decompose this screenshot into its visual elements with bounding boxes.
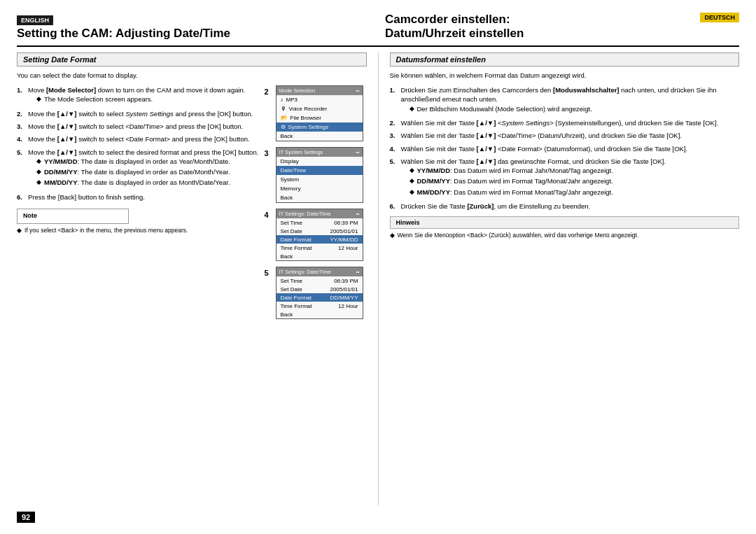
header-right: Camcorder einstellen: Datum/Uhrzeit eins… [371,13,739,41]
bullet-5-2: ◆ DD/MM/YY: The date is displayed in ord… [36,167,270,176]
screen-box-4: IT Settings: Date/Time ▪▪ Set Time06:39 … [276,209,363,261]
screen-settime-5: Set Time06:39 PM [276,276,363,285]
screen-back-5: Back [276,310,363,318]
step-1: 1. Move [Mode Selector] down to turn on … [17,85,270,106]
step-5: 5. Move the [▲/▼] switch to select the d… [17,148,270,189]
note-box: Note [17,209,129,224]
screen-setdate-4: Set Date2005/01/01 [276,227,363,235]
col-left: Setting Date Format You can select the d… [17,52,379,505]
step-3: 3. Move the [▲/▼] switch to select <Date… [17,122,270,131]
step-4: 4. Move the [▲/▼] switch to select <Date… [17,134,270,143]
header: ENGLISH Setting the CAM: Adjusting Date/… [17,13,739,41]
bullet-5-3: ◆ MM/DD/YY: The date is displayed in ord… [36,178,270,187]
screen-back-4: Back [276,252,363,260]
screen-row-mp3: ♪MP3 [276,95,363,104]
screen-titlebar-4: IT Settings: Date/Time ▪▪ [276,209,363,218]
screen-row-back-2: Back [276,132,363,141]
de-step-5: 5. Wählen Sie mit der Taste [▲/▼] das ge… [390,157,740,198]
title-right: Camcorder einstellen: Datum/Uhrzeit eins… [385,13,694,41]
de-step-6: 6. Drücken Sie die Taste [Zurück], um di… [390,202,740,211]
bullet-1-1: ◆ The Mode Selection screen appears. [36,94,270,104]
de-step-1: 1. Drücken Sie zum Einschalten des Camco… [390,85,740,115]
page: ENGLISH Setting the CAM: Adjusting Date/… [0,0,756,534]
title-left: Setting the CAM: Adjusting Date/Time [17,27,371,41]
de-bullet-5-2: ◆ DD/MM/YY: Das Datum wird im Format Tag… [410,176,740,185]
screen-titlebar-5: IT Settings: Date/Time ▪▪ [276,267,363,276]
left-steps-area: 1. Move [Mode Selector] down to turn on … [17,85,270,325]
de-bullet-5-3: ◆ MM/DD/YY: Das Datum wird im Format Mon… [410,188,740,197]
hinweis-box: Hinweis [390,216,740,229]
screen-4: 4 IT Settings: Date/Time ▪▪ Set Time06:3… [276,209,367,261]
screen-timeformat-5: Time Format12 Hour [276,302,363,310]
screen-3: 3 IT System Settings ▪▪ Display Date/Tim… [276,147,367,203]
screen-row-file: 📂File Browser [276,113,363,122]
note-title: Note [23,212,122,219]
header-divider [17,45,739,47]
step-2: 2. Move the [▲/▼] switch to select Syste… [17,109,270,118]
lang-badge-en: ENGLISH [17,15,53,25]
de-bullet-1-1: ◆ Der Bildschim Moduswahl (Mode Selectio… [410,104,740,113]
screen-row-settings: ⚙System Settings [276,122,363,132]
bullet-5-1: ◆ YY/MM/DD: The date is displayed in ord… [36,157,270,166]
steps-list-left: 1. Move [Mode Selector] down to turn on … [17,85,270,202]
screens-area: 2 Mode Selection ▪▪ ♪MP3 🎙Voice Recorder [276,85,367,325]
screen-box-3: IT System Settings ▪▪ Display Date/Time … [276,147,363,203]
lang-badge-de: DEUTSCH [700,13,739,22]
screen-row-datetime: Date/Time [276,166,363,175]
section-header-right: Datumsformat einstellen [390,52,740,66]
screen-box-5: IT Settings: Date/Time ▪▪ Set Time06:39 … [276,267,363,319]
screen-row-memory: Memory [276,184,363,193]
screen-setdate-5: Set Date2005/01/01 [276,285,363,293]
screen-dateformat-5: Date FormatDD/MM/YY [276,293,363,302]
de-step-2: 2. Wählen Sie mit der Taste [▲/▼] <Syste… [390,118,740,127]
de-step-3: 3. Wählen Sie mit der Taste [▲/▼] <Date/… [390,131,740,140]
page-number: 92 [17,512,35,523]
screen-titlebar-3: IT System Settings ▪▪ [276,148,363,157]
left-content: 1. Move [Mode Selector] down to turn on … [17,85,367,325]
steps-list-right: 1. Drücken Sie zum Einschalten des Camco… [390,85,740,211]
step-6: 6. Press the [Back] button to finish set… [17,192,270,202]
header-left: ENGLISH Setting the CAM: Adjusting Date/… [17,15,371,41]
screen-2: 2 Mode Selection ▪▪ ♪MP3 🎙Voice Recorder [276,85,367,141]
de-bullet-5-1: ◆ YY/MM/DD: Das Datum wird im Format Jah… [410,166,740,175]
screen-5: 5 IT Settings: Date/Time ▪▪ Set Time06:3… [276,267,367,319]
screen-row-voice: 🎙Voice Recorder [276,104,363,113]
note-content: ◆ If you select <Back> in the menu, the … [17,227,270,234]
content-columns: Setting Date Format You can select the d… [17,52,739,505]
section-desc-right: Sie können wählen, in welchem Format das… [390,71,740,80]
section-desc-left: You can select the date format to displa… [17,71,367,80]
screen-dateformat-4: Date FormatYY/MM/DD [276,235,363,244]
screen-row-system: System [276,175,363,184]
col-right: Datumsformat einstellen Sie können wähle… [379,52,740,505]
screen-row-display: Display [276,157,363,166]
screen-box-2: Mode Selection ▪▪ ♪MP3 🎙Voice Recorder 📂… [276,85,363,141]
section-header-left: Setting Date Format [17,52,367,66]
screen-titlebar-2: Mode Selection ▪▪ [276,86,363,95]
screen-timeformat-4: Time Format12 Hour [276,244,363,252]
de-step-4: 4. Wählen Sie mit der Taste [▲/▼] <Date … [390,144,740,153]
screen-row-back-3: Back [276,193,363,202]
screen-settime-4: Set Time06:39 PM [276,218,363,227]
hinweis-content: ◆ Wenn Sie die Menüoption <Back> (Zurück… [390,232,740,239]
